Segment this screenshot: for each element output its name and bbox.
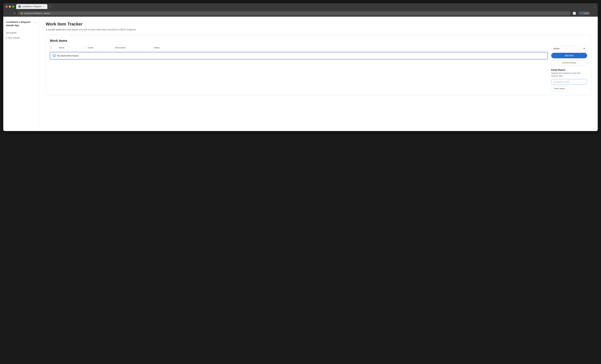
menu-button[interactable]: ⋮ [592, 11, 596, 16]
email-report-description: Register the recipient's email with Amaz… [551, 72, 587, 77]
sidebar-nav: Get started ▶ Item Tracker [3, 30, 39, 40]
sidebar-brand: LocalStack x Shipyard Sample App ‹ [3, 19, 39, 30]
recipient-email-input[interactable] [551, 79, 587, 84]
sidebar-item-item-tracker-label: Item Tracker [8, 37, 20, 39]
sidebar-toggle-button[interactable]: ⬜ [572, 11, 577, 16]
address-bar[interactable]: 🔒 localhost:3000/item_tracker [18, 11, 571, 15]
page-description: A sample application that shows you how … [46, 28, 591, 31]
forward-button[interactable]: › [9, 11, 11, 15]
sidebar-brand-text: LocalStack x Shipyard Sample App [6, 20, 30, 27]
archive-items-button[interactable]: Archive item(s) [551, 60, 587, 65]
browser-titlebar: LocalStack x Shipyard ✕ + ⌄ [3, 3, 598, 10]
profile-label: Guest [583, 12, 589, 14]
close-button[interactable] [6, 6, 8, 8]
empty-message-text: No work items found. [57, 54, 79, 57]
select-all-checkbox[interactable] [50, 46, 55, 49]
table-header: Name Guide Description Status [50, 46, 548, 51]
sidebar-item-item-tracker[interactable]: ▶ Item Tracker [3, 35, 39, 40]
header-divider-3 [112, 46, 112, 49]
back-button[interactable]: ‹ [5, 11, 7, 15]
send-report-button[interactable]: Send report [551, 86, 568, 91]
tab-bar: LocalStack x Shipyard ✕ + ⌄ [16, 4, 595, 9]
add-item-button[interactable]: Add item [551, 53, 587, 58]
toolbar-right: ⬜ 👤 Guest ⋮ [572, 11, 596, 16]
browser-toolbar: ‹ › ↻ 🔒 localhost:3000/item_tracker ⬜ 👤 … [3, 10, 598, 17]
browser-tab[interactable]: LocalStack x Shipyard ✕ [16, 4, 47, 9]
url-display: localhost:3000/item_tracker [24, 12, 50, 15]
work-items-title: Work Items [50, 39, 587, 43]
header-divider-2 [85, 46, 85, 49]
work-items-panel: Work Items Name Guide [46, 35, 591, 95]
profile-icon: 👤 [580, 12, 582, 14]
column-header-status: Status [152, 46, 172, 49]
sidebar-item-get-started[interactable]: Get started [3, 30, 39, 35]
sidebar-item-get-started-label: Get started [6, 31, 16, 34]
profile-button[interactable]: 👤 Guest [578, 11, 590, 15]
maximize-button[interactable] [12, 6, 14, 8]
status-select[interactable]: Active Archived [551, 46, 587, 51]
empty-message: i No work items found. [50, 52, 548, 60]
email-report-section: Email Report Register the recipient's em… [551, 69, 587, 91]
refresh-button[interactable]: ↻ [13, 11, 16, 16]
checkbox-icon [50, 46, 52, 49]
work-items-layout: Name Guide Description Status i No work … [50, 46, 587, 91]
traffic-lights [6, 6, 14, 8]
email-report-title: Email Report [551, 69, 587, 71]
main-content: Work Item Tracker A sample application t… [39, 17, 598, 131]
tab-favicon [19, 5, 21, 8]
sidebar: LocalStack x Shipyard Sample App ‹ Get s… [3, 17, 39, 131]
page-title: Work Item Tracker [46, 21, 591, 27]
column-header-guide: Guide [86, 46, 111, 49]
right-panel: Active Archived Add item Archive item(s)… [551, 46, 587, 91]
new-tab-button[interactable]: + [48, 5, 52, 9]
column-header-name: Name [58, 46, 84, 49]
tab-dropdown-icon[interactable]: ⌄ [593, 5, 595, 8]
browser-window: LocalStack x Shipyard ✕ + ⌄ ‹ › ↻ 🔒 loca… [3, 3, 598, 131]
page-content: LocalStack x Shipyard Sample App ‹ Get s… [3, 17, 598, 131]
tab-close-icon[interactable]: ✕ [43, 5, 45, 8]
table-area: Name Guide Description Status i No work … [50, 46, 548, 60]
sidebar-collapse-button[interactable]: ‹ [35, 20, 36, 24]
sidebar-item-arrow-icon: ▶ [6, 37, 7, 39]
minimize-button[interactable] [9, 6, 11, 8]
tab-title: LocalStack x Shipyard [22, 5, 41, 8]
column-header-description: Description [114, 46, 150, 49]
info-icon: i [53, 54, 56, 57]
